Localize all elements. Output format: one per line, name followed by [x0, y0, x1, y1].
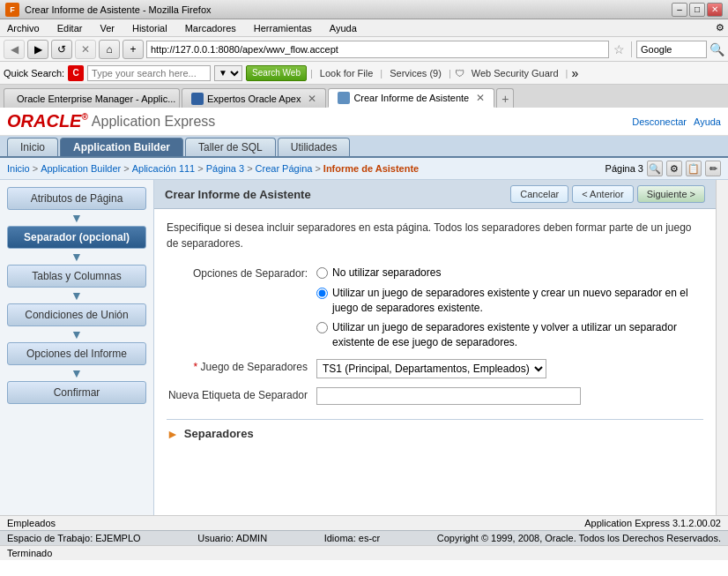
menu-archivo[interactable]: Archivo: [4, 22, 43, 34]
new-tab-btn[interactable]: +: [496, 88, 514, 108]
tab-0[interactable]: Oracle Enterprise Manager - Applic... ✕: [4, 88, 180, 108]
look-for-file-btn[interactable]: Look for File: [316, 68, 377, 79]
reload-btn[interactable]: ↺: [51, 40, 72, 59]
new-label-input[interactable]: [316, 387, 581, 405]
tab-taller-sql[interactable]: Taller de SQL: [185, 138, 276, 156]
tab-inicio[interactable]: Inicio: [7, 138, 58, 156]
menu-herramientas[interactable]: Herramientas: [250, 22, 316, 34]
arrow-3: ▼: [7, 328, 146, 340]
separator-set-label: * Juego de Separadores: [167, 359, 316, 373]
separator-options-row: Opciones de Separador: No utilizar separ…: [167, 266, 703, 350]
breadcrumb-pagina[interactable]: Página 3: [206, 163, 244, 174]
tab-application-builder[interactable]: Application Builder: [60, 138, 183, 156]
quick-dropdown[interactable]: ▼: [214, 65, 242, 81]
breadcrumb-bar: Inicio > Application Builder > Aplicació…: [0, 158, 728, 180]
radio-3-label: Utilizar un juego de separadores existen…: [332, 320, 703, 350]
back-btn[interactable]: ◀: [4, 40, 25, 59]
services-btn[interactable]: Services (9): [386, 68, 445, 79]
breadcrumb-edit-icon[interactable]: ✏: [705, 161, 721, 176]
tab-2-label: Crear Informe de Asistente: [353, 93, 469, 103]
menu-editar[interactable]: Editar: [54, 22, 86, 34]
radio-1-label: No utilizar separadores: [332, 266, 441, 281]
tab-1-close[interactable]: ✕: [308, 93, 316, 105]
quick-icon[interactable]: C: [68, 65, 84, 81]
sidebar-atributos[interactable]: Atributos de Página: [7, 187, 146, 210]
breadcrumb-current: Informe de Asistente: [323, 163, 419, 174]
browser-tabs: Oracle Enterprise Manager - Applic... ✕ …: [0, 85, 728, 108]
breadcrumb-crear[interactable]: Crear Página: [256, 163, 313, 174]
tab-utilidades[interactable]: Utilidades: [278, 138, 351, 156]
security-shield-icon: 🛡: [455, 68, 464, 79]
search-web-btn[interactable]: Search Web: [246, 65, 307, 81]
home-btn[interactable]: ⌂: [99, 40, 120, 59]
radio-no-separator[interactable]: [316, 267, 328, 279]
radio-new-separator[interactable]: [316, 288, 328, 299]
footer-workspace: Espacio de Trabajo: EJEMPLO: [7, 533, 141, 543]
prev-button[interactable]: < Anterior: [572, 185, 633, 203]
header-links: Desconectar Ayuda: [632, 116, 721, 127]
search-go-icon[interactable]: 🔍: [709, 42, 724, 56]
security-guard-label[interactable]: Web Security Guard: [468, 68, 562, 79]
nav-bar: ◀ ▶ ↺ ✕ ⌂ + ☆ 🔍: [0, 37, 728, 62]
sidebar-tablas[interactable]: Tablas y Columnas: [7, 265, 146, 288]
separator-set-select[interactable]: TS1 (Principal, Departamentos, Empleados…: [316, 359, 546, 378]
separator-options-label: Opciones de Separador:: [167, 266, 316, 280]
content-wrapper: Crear Informe de Asistente Cancelar < An…: [154, 180, 728, 515]
tab-1[interactable]: Expertos Oracle Apex ✕: [182, 88, 326, 108]
content-buttons: Cancelar < Anterior Siguiente >: [510, 185, 705, 203]
add-page-btn[interactable]: +: [123, 40, 144, 59]
radio-existing-separator[interactable]: [316, 322, 328, 333]
separators-toggle[interactable]: ► Separadores: [167, 427, 703, 441]
sidebar-confirmar[interactable]: Confirmar: [7, 381, 146, 404]
breadcrumb-app[interactable]: Aplicación 111: [132, 163, 196, 174]
stop-btn[interactable]: ✕: [75, 40, 96, 59]
footer-user: Usuario: ADMIN: [197, 533, 267, 543]
breadcrumb-list-icon[interactable]: 📋: [686, 161, 702, 176]
maximize-btn[interactable]: □: [689, 3, 705, 17]
tab-2-close[interactable]: ✕: [476, 92, 485, 104]
tab-0-label: Oracle Enterprise Manager - Applic...: [17, 94, 175, 104]
menu-historial[interactable]: Historial: [129, 22, 171, 34]
toolbar-more-icon[interactable]: »: [571, 66, 578, 80]
sidebar-opciones[interactable]: Opciones del Informe: [7, 342, 146, 365]
breadcrumb-builder[interactable]: Application Builder: [41, 163, 121, 174]
menu-ver[interactable]: Ver: [96, 22, 118, 34]
address-input[interactable]: [146, 41, 609, 58]
breadcrumb-page-info: Página 3 🔍 ⚙ 📋 ✏: [605, 161, 721, 176]
sidebar: Atributos de Página ▼ Separador (opciona…: [0, 180, 154, 515]
sidebar-separador[interactable]: Separador (opcional): [7, 226, 146, 249]
main-nav-tabs: Inicio Application Builder Taller de SQL…: [0, 136, 728, 158]
help-link[interactable]: Ayuda: [694, 116, 721, 127]
radio-option-1[interactable]: No utilizar separadores: [316, 266, 703, 281]
radio-option-3[interactable]: Utilizar un juego de separadores existen…: [316, 320, 703, 350]
status-bar: Empleados Application Express 3.1.2.00.0…: [0, 515, 728, 530]
disconnect-link[interactable]: Desconectar: [632, 116, 687, 127]
bookmark-star-icon[interactable]: ☆: [612, 42, 627, 56]
close-btn[interactable]: ✕: [707, 3, 723, 17]
menu-bar: Archivo Editar Ver Historial Marcadores …: [0, 19, 728, 37]
separator-radio-group: No utilizar separadores Utilizar un jueg…: [316, 266, 703, 350]
main-layout: Atributos de Página ▼ Separador (opciona…: [0, 180, 728, 515]
menu-ayuda[interactable]: Ayuda: [326, 22, 360, 34]
breadcrumb-gear-icon[interactable]: ⚙: [666, 161, 682, 176]
tab-2[interactable]: Crear Informe de Asistente ✕: [328, 88, 494, 108]
menu-marcadores[interactable]: Marcadores: [182, 22, 240, 34]
content-area: Crear Informe de Asistente Cancelar < An…: [154, 180, 716, 515]
breadcrumb-inicio[interactable]: Inicio: [7, 163, 30, 174]
quick-search-input[interactable]: [87, 65, 211, 81]
status-right: Application Express 3.1.2.00.02: [584, 518, 721, 528]
search-engine-input[interactable]: [636, 41, 707, 58]
arrow-1: ▼: [7, 251, 146, 263]
next-button[interactable]: Siguiente >: [637, 185, 705, 203]
arrow-4: ▼: [7, 367, 146, 379]
radio-option-2[interactable]: Utilizar un juego de separadores existen…: [316, 286, 703, 316]
gear-icon[interactable]: ⚙: [716, 22, 724, 34]
breadcrumb-search-icon[interactable]: 🔍: [647, 161, 663, 176]
oracle-text: ORACLE®: [7, 111, 88, 131]
content-description: Especifique si desea incluir separadores…: [167, 220, 703, 251]
cancel-button[interactable]: Cancelar: [510, 185, 568, 203]
forward-btn[interactable]: ▶: [27, 40, 48, 59]
sidebar-condiciones[interactable]: Condiciones de Unión: [7, 303, 146, 326]
minimize-btn[interactable]: –: [672, 3, 687, 17]
scrollbar[interactable]: [716, 180, 728, 515]
